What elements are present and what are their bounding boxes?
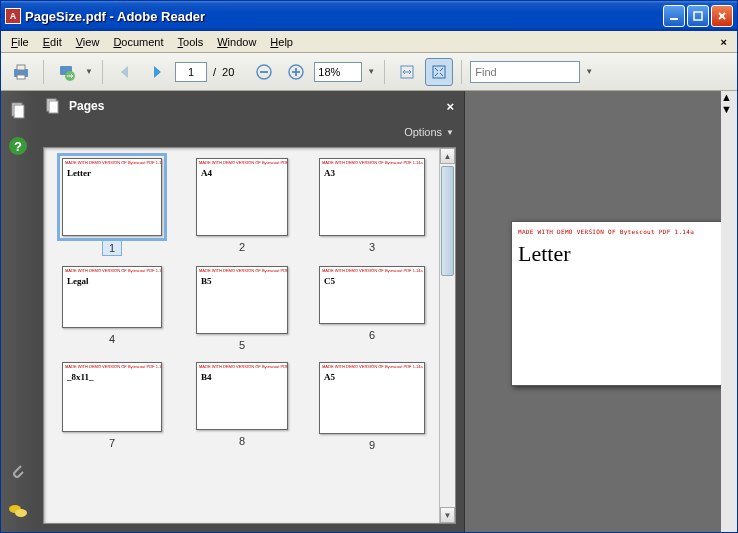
thumbnail-cell[interactable]: MADE WITH DEMO VERSION OF Bytescout PDF … xyxy=(56,362,168,452)
thumbnail-watermark: MADE WITH DEMO VERSION OF Bytescout PDF … xyxy=(320,363,424,370)
thumbnail-cell[interactable]: MADE WITH DEMO VERSION OF Bytescout PDF … xyxy=(186,362,298,452)
thumbnail-watermark: MADE WITH DEMO VERSION OF Bytescout PDF … xyxy=(197,159,287,166)
thumbnail-cell[interactable]: MADE WITH DEMO VERSION OF Bytescout PDF … xyxy=(316,266,428,352)
thumbnail-page-number[interactable]: 7 xyxy=(103,436,121,450)
toolbar: ▼ / 20 ▼ ▼ xyxy=(1,53,737,91)
scroll-thumb[interactable] xyxy=(441,166,454,276)
page-thumbnail[interactable]: MADE WITH DEMO VERSION OF Bytescout PDF … xyxy=(319,266,425,324)
comments-icon xyxy=(8,502,28,520)
pages-panel-options-row: Options ▼ xyxy=(35,121,464,143)
email-button[interactable] xyxy=(52,58,80,86)
minimize-button[interactable] xyxy=(663,5,685,27)
page-thumbnail[interactable]: MADE WITH DEMO VERSION OF Bytescout PDF … xyxy=(196,158,288,236)
print-button[interactable] xyxy=(7,58,35,86)
app-name: Adobe Reader xyxy=(117,9,205,24)
page-thumbnail[interactable]: MADE WITH DEMO VERSION OF Bytescout PDF … xyxy=(319,158,425,236)
thumbnail-cell[interactable]: MADE WITH DEMO VERSION OF Bytescout PDF … xyxy=(316,158,428,256)
thumbnail-cell[interactable]: MADE WITH DEMO VERSION OF Bytescout PDF … xyxy=(56,266,168,352)
page-thumbnail[interactable]: MADE WITH DEMO VERSION OF Bytescout PDF … xyxy=(62,266,162,328)
thumbnail-label: A3 xyxy=(320,166,424,180)
page-thumbnail[interactable]: MADE WITH DEMO VERSION OF Bytescout PDF … xyxy=(62,158,162,236)
thumbnail-page-number[interactable]: 3 xyxy=(363,240,381,254)
zoom-input[interactable] xyxy=(314,62,362,82)
help-button[interactable]: ? xyxy=(7,135,29,157)
thumbnail-cell[interactable]: MADE WITH DEMO VERSION OF Bytescout PDF … xyxy=(186,158,298,256)
menu-document[interactable]: Document xyxy=(107,34,169,50)
svg-rect-21 xyxy=(49,101,58,113)
thumbnail-cell[interactable]: MADE WITH DEMO VERSION OF Bytescout PDF … xyxy=(186,266,298,352)
thumbnail-cell[interactable]: MADE WITH DEMO VERSION OF Bytescout PDF … xyxy=(56,158,168,256)
pages-panel: Pages × Options ▼ MADE WITH DEMO VERSION… xyxy=(35,91,465,532)
document-view[interactable]: MADE WITH DEMO VERSION OF Bytescout PDF … xyxy=(465,91,737,532)
email-dropdown[interactable]: ▼ xyxy=(84,67,94,76)
pages-options-button[interactable]: Options xyxy=(404,126,442,138)
attachments-button[interactable] xyxy=(7,460,29,482)
close-button[interactable] xyxy=(711,5,733,27)
menu-view[interactable]: View xyxy=(70,34,106,50)
thumbnail-label: B5 xyxy=(197,274,287,288)
svg-text:?: ? xyxy=(14,139,22,154)
thumbnail-cell[interactable]: MADE WITH DEMO VERSION OF Bytescout PDF … xyxy=(316,362,428,452)
svg-rect-3 xyxy=(17,65,25,70)
page-thumbnail[interactable]: MADE WITH DEMO VERSION OF Bytescout PDF … xyxy=(62,362,162,432)
svg-rect-11 xyxy=(295,68,297,76)
doc-scroll-up[interactable]: ▲ xyxy=(721,91,737,103)
maximize-button[interactable] xyxy=(687,5,709,27)
options-dropdown-icon[interactable]: ▼ xyxy=(446,128,454,137)
zoom-in-button[interactable] xyxy=(282,58,310,86)
doc-scroll-down[interactable]: ▼ xyxy=(721,103,737,115)
page-number-input[interactable] xyxy=(175,62,207,82)
page-thumbnail[interactable]: MADE WITH DEMO VERSION OF Bytescout PDF … xyxy=(196,266,288,334)
plus-icon xyxy=(288,64,304,80)
scroll-down-button[interactable]: ▼ xyxy=(440,507,455,523)
fit-width-button[interactable] xyxy=(393,58,421,86)
scroll-up-button[interactable]: ▲ xyxy=(440,148,455,164)
find-input[interactable] xyxy=(470,61,580,83)
page-thumbnail[interactable]: MADE WITH DEMO VERSION OF Bytescout PDF … xyxy=(319,362,425,434)
fit-page-button[interactable] xyxy=(425,58,453,86)
menu-file[interactable]: File xyxy=(5,34,35,50)
pages-tab-button[interactable] xyxy=(7,99,29,121)
document-filename: PageSize.pdf xyxy=(25,9,106,24)
thumbnail-page-number[interactable]: 6 xyxy=(363,328,381,342)
thumbnail-page-number[interactable]: 2 xyxy=(233,240,251,254)
thumbnail-page-number[interactable]: 9 xyxy=(363,438,381,452)
menu-window[interactable]: Window xyxy=(211,34,262,50)
menu-tools[interactable]: Tools xyxy=(172,34,210,50)
pages-panel-close[interactable]: × xyxy=(446,99,454,114)
print-icon xyxy=(11,62,31,82)
comments-button[interactable] xyxy=(7,500,29,522)
zoom-out-button[interactable] xyxy=(250,58,278,86)
page-separator: / xyxy=(211,66,218,78)
thumbnail-watermark: MADE WITH DEMO VERSION OF Bytescout PDF … xyxy=(63,159,161,166)
next-page-button[interactable] xyxy=(143,58,171,86)
arrow-left-icon xyxy=(116,63,134,81)
app-window: A PageSize.pdf - Adobe Reader File Edit … xyxy=(0,0,738,533)
thumbnail-label: B4 xyxy=(197,370,287,384)
svg-rect-0 xyxy=(670,18,678,20)
svg-rect-13 xyxy=(433,66,445,78)
thumbnail-page-number[interactable]: 5 xyxy=(233,338,251,352)
scroll-track[interactable] xyxy=(440,164,455,507)
thumbnail-page-number[interactable]: 1 xyxy=(102,240,122,256)
thumbnails-container: MADE WITH DEMO VERSION OF Bytescout PDF … xyxy=(43,147,456,524)
minus-icon xyxy=(256,64,272,80)
thumbnail-page-number[interactable]: 4 xyxy=(103,332,121,346)
mdi-close-button[interactable]: × xyxy=(715,36,733,48)
find-dropdown[interactable]: ▼ xyxy=(584,67,594,76)
prev-page-button[interactable] xyxy=(111,58,139,86)
paperclip-icon xyxy=(9,462,27,480)
thumbnail-watermark: MADE WITH DEMO VERSION OF Bytescout PDF … xyxy=(320,159,424,166)
arrow-right-icon xyxy=(148,63,166,81)
document-page: MADE WITH DEMO VERSION OF Bytescout PDF … xyxy=(511,221,723,386)
zoom-dropdown[interactable]: ▼ xyxy=(366,67,376,76)
thumbnails-scrollbar[interactable]: ▲ ▼ xyxy=(439,148,455,523)
menu-edit[interactable]: Edit xyxy=(37,34,68,50)
menu-help[interactable]: Help xyxy=(264,34,299,50)
thumbnail-page-number[interactable]: 8 xyxy=(233,434,251,448)
pages-panel-header: Pages × xyxy=(35,91,464,121)
fit-page-icon xyxy=(430,63,448,81)
page-thumbnail[interactable]: MADE WITH DEMO VERSION OF Bytescout PDF … xyxy=(196,362,288,430)
thumbnails-grid[interactable]: MADE WITH DEMO VERSION OF Bytescout PDF … xyxy=(44,148,439,523)
document-scrollbar[interactable]: ▲ ▼ xyxy=(721,91,737,532)
